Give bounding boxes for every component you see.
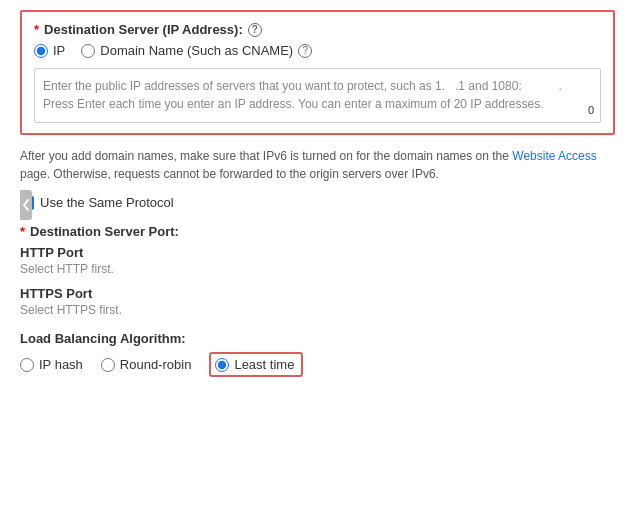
- lb-least-time-label: Least time: [234, 357, 294, 372]
- ipv6-info-text: After you add domain names, make sure th…: [20, 147, 615, 183]
- lb-round-robin-label: Round-robin: [120, 357, 192, 372]
- destination-server-section: * Destination Server (IP Address): ? IP …: [20, 10, 615, 135]
- required-star: *: [34, 22, 39, 37]
- https-port-label: HTTPS Port: [20, 286, 615, 301]
- lb-ip-hash-radio[interactable]: [20, 358, 34, 372]
- https-port-hint: Select HTTPS first.: [20, 303, 615, 317]
- ip-input-placeholder: Enter the public IP addresses of servers…: [43, 79, 562, 111]
- lb-label: Load Balancing Algorithm:: [20, 331, 615, 346]
- ip-radio[interactable]: [34, 44, 48, 58]
- info-text-part1: After you add domain names, make sure th…: [20, 149, 512, 163]
- destination-port-section: * Destination Server Port: HTTP Port Sel…: [20, 224, 615, 317]
- load-balancing-section: Load Balancing Algorithm: IP hash Round-…: [20, 331, 615, 377]
- website-access-link[interactable]: Website Access: [512, 149, 596, 163]
- lb-round-robin-radio[interactable]: [101, 358, 115, 372]
- http-port-label: HTTP Port: [20, 245, 615, 260]
- ip-counter: 0: [588, 102, 594, 119]
- http-port-section: HTTP Port Select HTTP first.: [20, 245, 615, 276]
- domain-radio-option[interactable]: Domain Name (Such as CNAME) ?: [81, 43, 312, 58]
- side-tab[interactable]: [20, 190, 32, 220]
- lb-least-time-radio[interactable]: [215, 358, 229, 372]
- http-port-hint: Select HTTP first.: [20, 262, 615, 276]
- destination-server-title: Destination Server (IP Address):: [44, 22, 243, 37]
- domain-help-icon[interactable]: ?: [298, 44, 312, 58]
- lb-ip-hash-option[interactable]: IP hash: [20, 357, 83, 372]
- lb-least-time-option[interactable]: Least time: [209, 352, 303, 377]
- same-protocol-label: Use the Same Protocol: [40, 195, 174, 210]
- server-type-radio-group: IP Domain Name (Such as CNAME) ?: [34, 43, 601, 58]
- lb-ip-hash-label: IP hash: [39, 357, 83, 372]
- https-port-section: HTTPS Port Select HTTPS first.: [20, 286, 615, 317]
- domain-radio-label: Domain Name (Such as CNAME): [100, 43, 293, 58]
- lb-round-robin-option[interactable]: Round-robin: [101, 357, 192, 372]
- destination-server-label: * Destination Server (IP Address): ?: [34, 22, 601, 37]
- ip-input-area[interactable]: Enter the public IP addresses of servers…: [34, 68, 601, 123]
- ip-radio-option[interactable]: IP: [34, 43, 65, 58]
- info-text-part2: page. Otherwise, requests cannot be forw…: [20, 167, 439, 181]
- destination-port-title: Destination Server Port:: [30, 224, 179, 239]
- help-icon[interactable]: ?: [248, 23, 262, 37]
- destination-port-label: * Destination Server Port:: [20, 224, 615, 239]
- port-required-star: *: [20, 224, 25, 239]
- lb-options-group: IP hash Round-robin Least time: [20, 352, 615, 377]
- ip-radio-label: IP: [53, 43, 65, 58]
- same-protocol-row: Use the Same Protocol: [20, 195, 615, 210]
- domain-radio[interactable]: [81, 44, 95, 58]
